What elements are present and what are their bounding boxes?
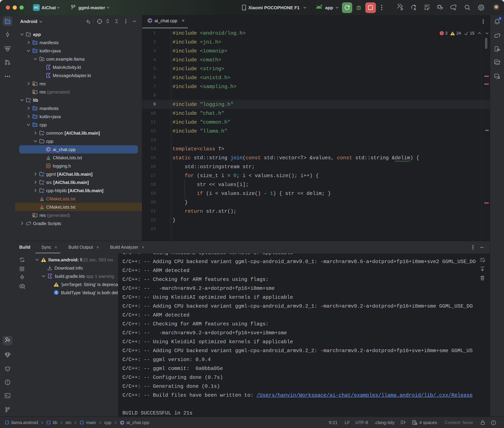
svg-text:A: A — [413, 7, 416, 11]
